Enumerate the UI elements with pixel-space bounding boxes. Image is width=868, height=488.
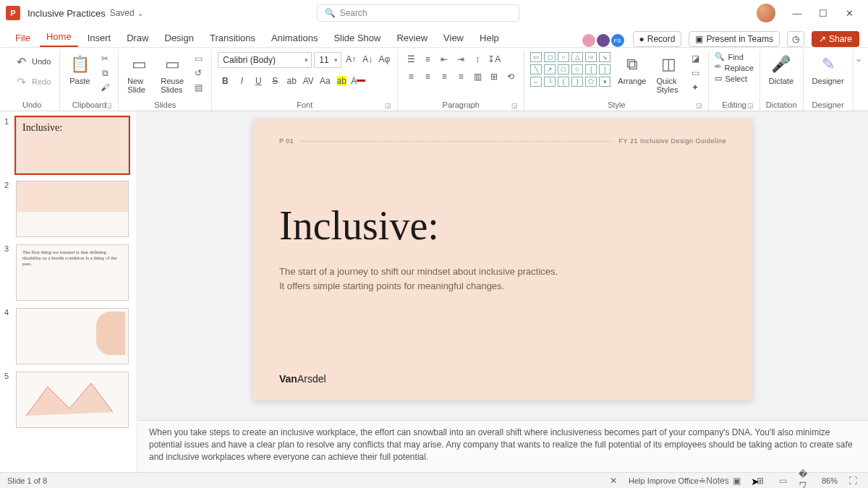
layout-button[interactable]: ▭ bbox=[191, 52, 205, 65]
normal-view-button[interactable]: ▣ bbox=[729, 474, 745, 487]
menu-slideshow[interactable]: Slide Show bbox=[327, 29, 387, 47]
close-task-icon[interactable]: ✕ bbox=[605, 474, 621, 487]
maximize-button[interactable]: ☐ bbox=[810, 3, 836, 23]
clear-format-button[interactable]: Aφ bbox=[377, 52, 391, 67]
dialog-launcher-icon[interactable]: ◲ bbox=[385, 102, 391, 109]
menu-home[interactable]: Home bbox=[40, 27, 78, 47]
line-spacing-button[interactable]: ↕ bbox=[470, 52, 485, 67]
thumbnail-2[interactable]: 2 bbox=[4, 181, 132, 237]
dialog-launcher-icon[interactable]: ◲ bbox=[696, 102, 702, 109]
increase-indent-button[interactable]: ⇥ bbox=[454, 52, 468, 67]
menu-design[interactable]: Design bbox=[158, 29, 200, 47]
slide-thumbnails-panel[interactable]: 1 Inclusive: 2 3 The first thing we lear… bbox=[0, 111, 137, 472]
bullets-button[interactable]: ☰ bbox=[404, 52, 418, 67]
save-status[interactable]: Saved bbox=[110, 8, 135, 18]
cut-button[interactable]: ✂ bbox=[98, 52, 112, 65]
align-center-button[interactable]: ≡ bbox=[420, 69, 435, 84]
menu-animations[interactable]: Animations bbox=[265, 29, 324, 47]
redo-button[interactable]: ↷Redo bbox=[10, 72, 54, 91]
designer-button[interactable]: ✎Designer bbox=[809, 52, 847, 87]
thumbnail-5[interactable]: 5 bbox=[4, 372, 132, 428]
menu-view[interactable]: View bbox=[437, 29, 470, 47]
undo-button[interactable]: ↶Undo bbox=[10, 52, 54, 71]
fit-to-window-button[interactable]: ⛶ bbox=[845, 474, 861, 487]
font-color-button[interactable]: A bbox=[351, 74, 365, 88]
notes-pane[interactable]: When you take steps to create an inclusi… bbox=[137, 420, 868, 472]
record-button[interactable]: ●Record bbox=[633, 31, 682, 47]
shape-effects-button[interactable]: ✦ bbox=[688, 81, 702, 94]
menu-file[interactable]: File bbox=[9, 29, 37, 47]
notes-text[interactable]: When you take steps to create an inclusi… bbox=[149, 427, 853, 462]
italic-button[interactable]: I bbox=[234, 74, 249, 88]
present-teams-button[interactable]: ▣Present in Teams bbox=[689, 31, 780, 47]
menu-draw[interactable]: Draw bbox=[120, 29, 155, 47]
underline-button[interactable]: U bbox=[251, 74, 265, 88]
replace-button[interactable]: ᵃᵇReplace bbox=[715, 63, 753, 72]
text-direction-button[interactable]: ↧A bbox=[487, 52, 501, 67]
catch-up-button[interactable]: ◷ bbox=[787, 31, 804, 47]
menu-help[interactable]: Help bbox=[473, 29, 506, 47]
close-button[interactable]: ✕ bbox=[836, 3, 862, 23]
change-case-button[interactable]: Aa bbox=[318, 74, 332, 88]
select-button[interactable]: ▭Select bbox=[715, 74, 753, 83]
slide-brand[interactable]: VanArsdel bbox=[279, 373, 326, 385]
font-name-select[interactable]: Calibri (Body)▾ bbox=[218, 52, 312, 68]
share-button[interactable]: ↗Share bbox=[812, 31, 859, 47]
decrease-font-button[interactable]: A↓ bbox=[360, 52, 375, 67]
notes-toggle-button[interactable]: ≐ Notes bbox=[706, 474, 722, 487]
presence-avatar[interactable] bbox=[597, 34, 610, 47]
justify-button[interactable]: ≡ bbox=[454, 69, 468, 84]
dialog-launcher-icon[interactable]: ◲ bbox=[106, 102, 112, 109]
reuse-slides-button[interactable]: ▭Reuse Slides bbox=[158, 52, 187, 95]
numbering-button[interactable]: ≡ bbox=[420, 52, 435, 67]
shapes-gallery[interactable]: ▭◻○△⇨↘ ╲↗⬡☆{} ⌐└()⬠▾ bbox=[530, 52, 610, 87]
slide-counter[interactable]: Slide 1 of 8 bbox=[7, 476, 47, 485]
menu-insert[interactable]: Insert bbox=[81, 29, 118, 47]
dialog-launcher-icon[interactable]: ◲ bbox=[511, 102, 518, 109]
format-painter-button[interactable]: 🖌 bbox=[98, 81, 112, 94]
highlight-button[interactable]: ab bbox=[334, 74, 349, 88]
search-box[interactable]: 🔍 Search bbox=[317, 4, 519, 22]
slide-title[interactable]: Inclusive: bbox=[279, 202, 726, 249]
slideshow-view-button[interactable]: �ワ bbox=[799, 474, 814, 487]
thumbnail-1[interactable]: 1 Inclusive: bbox=[4, 117, 132, 174]
zoom-level[interactable]: 86% bbox=[822, 476, 838, 485]
minimize-button[interactable]: — bbox=[784, 3, 810, 23]
shadow-button[interactable]: ab bbox=[284, 74, 299, 88]
thumbnail-4[interactable]: 4 bbox=[4, 308, 132, 364]
slide-canvas-area[interactable]: P 01 FY 21 Inclusive Design Guideline In… bbox=[137, 111, 868, 420]
presence-avatars[interactable]: FS bbox=[582, 34, 624, 47]
document-title[interactable]: Inclusive Practices bbox=[27, 8, 106, 19]
reset-button[interactable]: ↺ bbox=[191, 67, 205, 80]
presence-avatar[interactable]: FS bbox=[611, 34, 624, 47]
chevron-down-icon[interactable]: ⌄ bbox=[137, 9, 143, 17]
new-slide-button[interactable]: ▭New Slide bbox=[124, 52, 153, 95]
shape-fill-button[interactable]: ◪ bbox=[688, 52, 702, 65]
presence-avatar[interactable] bbox=[582, 34, 595, 47]
help-improve-link[interactable]: Help Improve Office bbox=[629, 476, 699, 485]
dialog-launcher-icon[interactable]: ◲ bbox=[747, 102, 754, 109]
increase-font-button[interactable]: A↑ bbox=[344, 52, 358, 67]
slide-subtitle[interactable]: The start of a journey to shift our mind… bbox=[279, 265, 726, 293]
shape-outline-button[interactable]: ▭ bbox=[688, 67, 702, 80]
paste-button[interactable]: 📋Paste bbox=[66, 52, 93, 87]
bold-button[interactable]: B bbox=[218, 74, 232, 88]
columns-button[interactable]: ▥ bbox=[470, 69, 485, 84]
menu-review[interactable]: Review bbox=[390, 29, 434, 47]
font-size-select[interactable]: 11▾ bbox=[314, 52, 341, 68]
align-right-button[interactable]: ≡ bbox=[437, 69, 451, 84]
character-spacing-button[interactable]: AV bbox=[301, 74, 315, 88]
reading-view-button[interactable]: ▭ bbox=[775, 474, 791, 487]
user-avatar[interactable] bbox=[757, 4, 775, 22]
align-left-button[interactable]: ≡ bbox=[404, 69, 418, 84]
thumbnail-3[interactable]: 3 The first thing we learned is that def… bbox=[4, 244, 132, 301]
copy-button[interactable]: ⧉ bbox=[98, 67, 112, 80]
find-button[interactable]: 🔍Find bbox=[715, 52, 753, 61]
strike-button[interactable]: S bbox=[268, 74, 282, 88]
collapse-ribbon-button[interactable]: ⌄ bbox=[854, 51, 864, 111]
smartart-button[interactable]: ⟲ bbox=[503, 69, 518, 84]
section-button[interactable]: ▤ bbox=[191, 81, 205, 94]
quick-styles-button[interactable]: ◫Quick Styles bbox=[653, 52, 684, 95]
arrange-button[interactable]: ⧉Arrange bbox=[615, 52, 649, 87]
align-text-button[interactable]: ⊞ bbox=[487, 69, 501, 84]
